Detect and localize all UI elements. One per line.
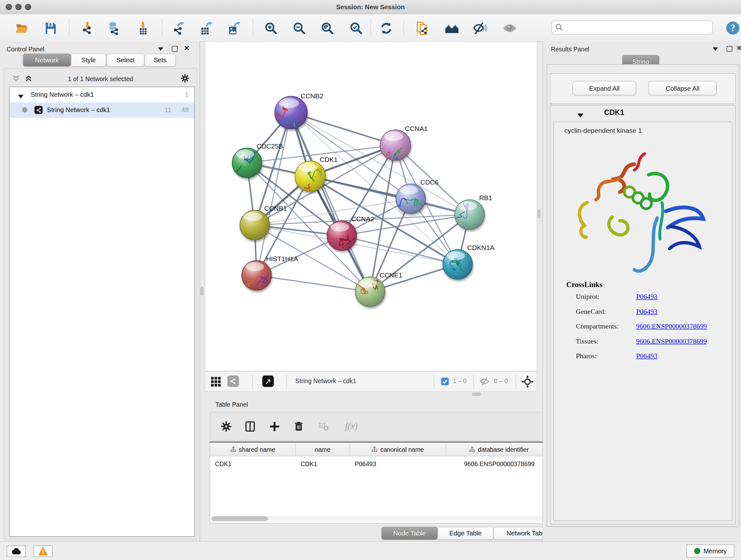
share-document-icon[interactable]: [415, 21, 430, 36]
control-panel-close-icon[interactable]: ✕: [183, 45, 191, 51]
column-header-canonical-name[interactable]: canonical name: [350, 442, 447, 456]
show-columns-icon[interactable]: [243, 419, 257, 434]
crosslink-value-link[interactable]: P06493: [636, 293, 657, 301]
edge-CCNB2-HIST1H1A[interactable]: [257, 113, 291, 275]
column-header-name[interactable]: name: [296, 442, 350, 456]
table-panel-title: Table Panel: [215, 401, 248, 408]
table-settings-gear-icon[interactable]: [219, 419, 233, 434]
node-CCNA1[interactable]: [380, 130, 411, 174]
export-table-icon[interactable]: [199, 21, 213, 36]
protein-structure-image: [568, 145, 707, 276]
birds-eye-grid-icon[interactable]: [211, 376, 221, 389]
crosslink-value-link[interactable]: 9606.ENSP00000378699: [636, 337, 707, 346]
collection-count: 1: [185, 91, 189, 98]
open-session-icon[interactable]: [15, 21, 29, 36]
node-CDC25B[interactable]: [224, 148, 262, 180]
network-graph[interactable]: CCNB2CCNA1CDC25BCDK1CDC6RB1CCNB1CCNA2CDK…: [205, 42, 537, 371]
export-image-icon[interactable]: [226, 21, 241, 36]
import-table-file-icon[interactable]: [136, 21, 150, 36]
export-network-icon[interactable]: [171, 21, 185, 36]
cell-shared-name[interactable]: CDK1: [210, 456, 296, 471]
zoom-selected-icon[interactable]: [349, 21, 363, 36]
node-HIST1H1A[interactable]: [232, 260, 271, 296]
network-edge-count: 48: [181, 106, 189, 114]
tree-expand-triangle-icon[interactable]: [18, 93, 23, 100]
node-label-CDC25B: CDC25B: [257, 142, 283, 150]
update-style-icon[interactable]: [379, 21, 394, 36]
network-options-gear-icon[interactable]: [181, 74, 190, 85]
results-panel-close-icon[interactable]: ✕: [735, 45, 741, 51]
column-header-shared-name[interactable]: shared name: [210, 442, 296, 456]
tab-style[interactable]: Style: [71, 54, 106, 67]
open-in-browser-icon[interactable]: [262, 375, 274, 387]
string-home-icon[interactable]: [445, 21, 459, 36]
network-status-bullet: [22, 107, 27, 113]
help-icon[interactable]: ?: [726, 21, 740, 35]
control-panel-menu-icon[interactable]: [157, 46, 164, 52]
status-bar: Memory: [0, 541, 741, 560]
control-panel-float-icon[interactable]: [171, 46, 179, 52]
zoom-fit-icon[interactable]: [320, 21, 335, 36]
node-label-CCNE1: CCNE1: [380, 271, 402, 279]
tab-node-table[interactable]: Node Table: [382, 527, 438, 540]
node-CDKN1A[interactable]: [443, 250, 473, 279]
node-RB1[interactable]: [434, 200, 484, 230]
node-label-CCNA2: CCNA2: [351, 215, 374, 223]
column-header-database-identifier[interactable]: database identifier: [446, 442, 552, 456]
crosslink-value-link[interactable]: P06493: [636, 352, 657, 361]
left-splitter-handle[interactable]: [201, 287, 204, 296]
tab-select[interactable]: Select: [106, 54, 145, 67]
add-column-icon[interactable]: [267, 419, 281, 434]
memory-button[interactable]: Memory: [686, 545, 734, 558]
network-view-toolbar: String Network – cdk1 1 – 0 0 – 0: [205, 371, 537, 392]
table-hscrollbar-thumb[interactable]: [212, 516, 268, 521]
collapse-all-button[interactable]: Collapse All: [649, 81, 717, 96]
right-splitter-handle[interactable]: [538, 210, 541, 219]
selected-checkbox-icon[interactable]: [441, 377, 449, 388]
search-input[interactable]: [551, 21, 713, 35]
cell-canonical-name[interactable]: P06493: [350, 456, 447, 471]
toolbar-separator: [253, 20, 253, 36]
tab-sets[interactable]: Sets: [145, 54, 176, 67]
fit-content-crosshair-icon[interactable]: [522, 375, 534, 390]
delete-column-icon[interactable]: [292, 419, 306, 434]
crosslink-row: GeneCard:P06493: [554, 307, 732, 318]
zoom-in-icon[interactable]: [264, 21, 278, 36]
network-collection-label: String Network – cdk1: [30, 91, 94, 98]
cell-database-identifier[interactable]: 9606.ENSP00000378699: [446, 456, 552, 471]
zoom-out-icon[interactable]: [292, 21, 307, 36]
crosslink-row: Pharos:P06493: [554, 352, 732, 363]
tab-edge-table[interactable]: Edge Table: [437, 527, 494, 540]
function-builder-icon: f(x): [340, 419, 362, 434]
window-title: Session: New Session: [0, 3, 741, 11]
expand-all-button[interactable]: Expand All: [572, 81, 636, 96]
warning-icon[interactable]: [33, 546, 53, 557]
bottom-splitter-handle[interactable]: [472, 393, 481, 395]
cloud-icon[interactable]: [7, 546, 26, 557]
save-session-icon[interactable]: [44, 21, 58, 36]
shared-column-icon: [469, 446, 476, 452]
footer-separator: [253, 374, 253, 389]
string-network-icon[interactable]: [227, 375, 239, 387]
hide-show-icon[interactable]: [473, 21, 487, 36]
node-CCNB1[interactable]: [240, 210, 270, 240]
import-network-database-icon[interactable]: [107, 21, 121, 36]
network-tree-row[interactable]: String Network – cdk1 11 48: [10, 103, 194, 118]
node-CCNB2[interactable]: [270, 97, 312, 141]
edge-HIST1H1A-CCNE1[interactable]: [257, 275, 370, 292]
tab-network[interactable]: Network: [23, 54, 71, 67]
cell-name[interactable]: CDK1: [296, 456, 350, 471]
crosslink-value-link[interactable]: 9606.ENSP00000378699: [636, 322, 707, 331]
edge-CCNB2-CCNE1[interactable]: [291, 113, 370, 292]
results-panel-float-icon[interactable]: [726, 46, 733, 52]
hidden-eye-slash-icon: [480, 376, 490, 388]
node-label-HIST1H1A: HIST1H1A: [266, 255, 298, 262]
network-list-groupbox: 1 of 1 Network selected String Network –…: [4, 68, 197, 540]
results-panel-menu-icon[interactable]: [711, 46, 719, 52]
node-label-RB1: RB1: [479, 194, 492, 201]
network-tree-root-row[interactable]: String Network – cdk1 1: [10, 87, 194, 103]
crosslink-value-link[interactable]: P06493: [636, 307, 657, 316]
section-collapse-triangle-icon[interactable]: [577, 111, 584, 120]
network-canvas[interactable]: CCNB2CCNA1CDC25BCDK1CDC6RB1CCNB1CCNA2CDK…: [205, 41, 537, 371]
import-network-file-icon[interactable]: [80, 21, 94, 36]
